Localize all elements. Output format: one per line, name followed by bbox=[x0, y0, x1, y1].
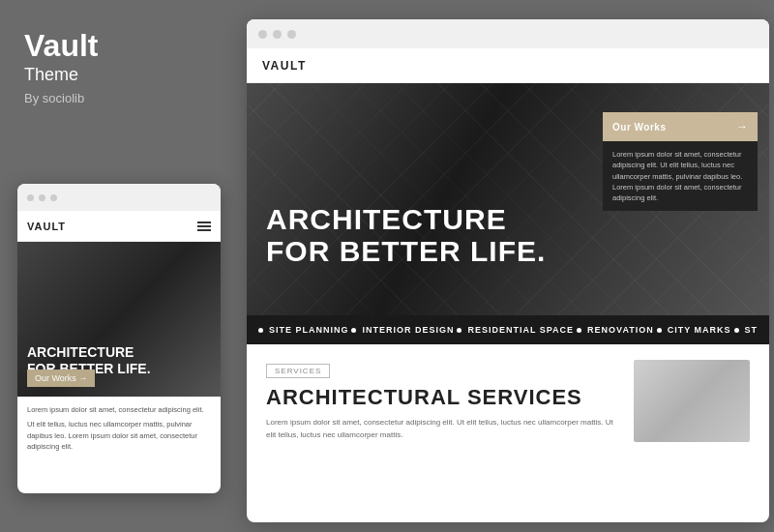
ticker-text-3: RESIDENTIAL SPACE bbox=[467, 325, 574, 335]
ticker-text-1: SITE PLANNING bbox=[269, 325, 349, 335]
desktop-dot-3 bbox=[287, 30, 296, 39]
ticker-text-4: RENOVATION bbox=[587, 325, 654, 335]
mobile-nav: VAULT bbox=[17, 211, 221, 242]
desktop-content-left: SERVICES ARCHITECTURAL SERVICES Lorem ip… bbox=[266, 360, 618, 442]
ticker-text-6: ST bbox=[745, 325, 759, 335]
desktop-dot-2 bbox=[273, 30, 282, 39]
mobile-browser-bar bbox=[17, 184, 221, 211]
mobile-nav-brand: VAULT bbox=[27, 221, 66, 232]
brand-by: By sociolib bbox=[24, 91, 216, 105]
ticker-item-2: INTERIOR DESIGN bbox=[351, 325, 454, 335]
ticker-item-5: CITY MARKS bbox=[657, 325, 731, 335]
mobile-content-p2: Ut elit tellus, luctus nec ullamcorper m… bbox=[27, 419, 211, 452]
desktop-browser-bar bbox=[247, 19, 769, 48]
desktop-nav-brand: VAULT bbox=[262, 59, 307, 73]
mobile-our-works-label: Our Works → bbox=[35, 373, 87, 383]
desktop-preview: VAULT ARCHITECTURE FOR BETTER LIFE. Our … bbox=[247, 19, 769, 522]
our-works-arrow-icon: → bbox=[736, 120, 748, 133]
desktop-hero-line1: ARCHITECTURE bbox=[266, 203, 507, 235]
services-description: Lorem ipsum dolor sit amet, consectetur … bbox=[266, 417, 618, 442]
mobile-our-works-button[interactable]: Our Works → bbox=[27, 369, 95, 387]
ticker-text-2: INTERIOR DESIGN bbox=[362, 325, 454, 335]
mobile-hamburger-icon bbox=[197, 222, 211, 231]
our-works-description: Lorem ipsum dolor sit amet, consectetur … bbox=[612, 149, 748, 203]
desktop-hero: ARCHITECTURE FOR BETTER LIFE. Our Works … bbox=[247, 83, 769, 315]
ticker-dot-4 bbox=[577, 328, 581, 333]
mobile-dot-2 bbox=[39, 194, 45, 201]
desktop-content: SERVICES ARCHITECTURAL SERVICES Lorem ip… bbox=[247, 344, 769, 458]
our-works-header[interactable]: Our Works → bbox=[603, 112, 758, 141]
services-ticker: SITE PLANNING INTERIOR DESIGN RESIDENTIA… bbox=[247, 315, 769, 344]
mobile-preview: VAULT ARCHITECTURE FOR BETTER LIFE. Our … bbox=[17, 184, 221, 493]
services-image-placeholder bbox=[634, 360, 750, 442]
our-works-body: Lorem ipsum dolor sit amet, consectetur … bbox=[603, 141, 758, 211]
ticker-dot-3 bbox=[457, 328, 461, 333]
ticker-dot-6 bbox=[734, 328, 739, 333]
brand-title: Vault Theme By sociolib bbox=[24, 29, 216, 105]
brand-name: Vault bbox=[24, 29, 216, 63]
desktop-hero-line2: FOR BETTER LIFE. bbox=[266, 235, 546, 267]
desktop-nav: VAULT bbox=[247, 48, 769, 83]
our-works-label: Our Works bbox=[612, 122, 666, 133]
mobile-hero-line1: ARCHITECTURE bbox=[27, 344, 134, 360]
ticker-dot-2 bbox=[351, 328, 356, 333]
mobile-dot-1 bbox=[27, 194, 34, 201]
desktop-dot-1 bbox=[258, 30, 267, 39]
ticker-text-5: CITY MARKS bbox=[668, 325, 731, 335]
ticker-item-4: RENOVATION bbox=[577, 325, 654, 335]
mobile-hero: ARCHITECTURE FOR BETTER LIFE. Our Works … bbox=[17, 242, 221, 397]
mobile-dot-3 bbox=[50, 194, 57, 201]
ticker-item-1: SITE PLANNING bbox=[258, 325, 349, 335]
brand-subtitle: Theme bbox=[24, 65, 216, 85]
mobile-content-p1: Lorem ipsum dolor sit amet, consectetur … bbox=[27, 404, 211, 415]
desktop-hero-text: ARCHITECTURE FOR BETTER LIFE. bbox=[266, 203, 546, 267]
services-image bbox=[634, 360, 750, 442]
services-title: ARCHITECTURAL SERVICES bbox=[266, 386, 618, 409]
ticker-dot-1 bbox=[258, 328, 263, 333]
mobile-content: Lorem ipsum dolor sit amet, consectetur … bbox=[17, 397, 221, 463]
ticker-item-6: ST bbox=[734, 325, 759, 335]
our-works-card: Our Works → Lorem ipsum dolor sit amet, … bbox=[603, 112, 758, 211]
ticker-dot-5 bbox=[657, 328, 662, 333]
ticker-item-3: RESIDENTIAL SPACE bbox=[457, 325, 574, 335]
services-badge: SERVICES bbox=[266, 364, 330, 378]
